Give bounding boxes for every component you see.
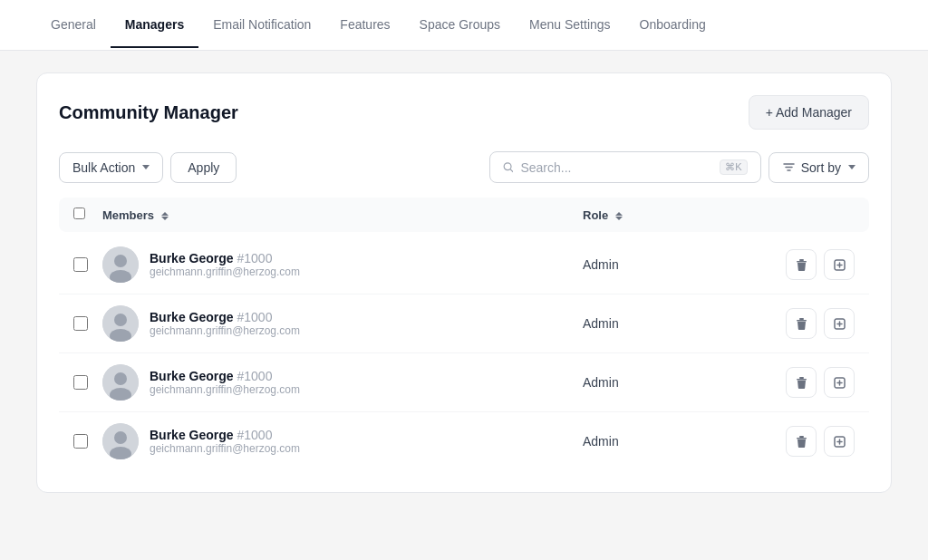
- members-column-header: Members: [102, 208, 583, 222]
- row-role-2: Admin: [583, 375, 764, 390]
- tab-managers[interactable]: Managers: [111, 3, 198, 48]
- member-id-2: #1000: [237, 369, 272, 383]
- avatar-2: [102, 364, 139, 401]
- member-name-0: Burke George #1000: [150, 251, 300, 266]
- tab-email-notification[interactable]: Email Notification: [198, 3, 325, 48]
- row-checkbox-cell: [73, 434, 102, 449]
- edit-button-3[interactable]: [824, 426, 855, 457]
- row-checkbox-cell: [73, 257, 102, 272]
- tab-space-groups[interactable]: Space Groups: [405, 3, 516, 48]
- svg-rect-24: [797, 438, 807, 439]
- row-member-1: Burke George #1000 geichmann.griffin@her…: [102, 305, 583, 342]
- tab-onboarding[interactable]: Onboarding: [625, 3, 720, 48]
- svg-rect-17: [799, 377, 804, 379]
- member-info-3: Burke George #1000 geichmann.griffin@her…: [150, 428, 300, 455]
- svg-point-21: [114, 431, 127, 444]
- row-checkbox-2[interactable]: [73, 375, 88, 390]
- member-email-0: geichmann.griffin@herzog.com: [150, 266, 300, 278]
- sort-label: Sort by: [801, 160, 841, 175]
- avatar-1: [102, 305, 139, 342]
- row-role-1: Admin: [583, 316, 764, 331]
- table-row: Burke George #1000 geichmann.griffin@her…: [59, 294, 869, 353]
- bulk-action-button[interactable]: Bulk Action: [59, 152, 163, 183]
- top-navigation: General Managers Email Notification Feat…: [0, 0, 928, 51]
- table-row: Burke George #1000 geichmann.griffin@her…: [59, 353, 869, 412]
- select-all-checkbox[interactable]: [73, 208, 85, 219]
- row-member-2: Burke George #1000 geichmann.griffin@her…: [102, 364, 583, 401]
- row-member-0: Burke George #1000 geichmann.griffin@her…: [102, 246, 583, 283]
- svg-point-3: [114, 255, 127, 267]
- tab-features[interactable]: Features: [325, 3, 404, 48]
- add-manager-button[interactable]: + Add Manager: [749, 95, 869, 130]
- edit-icon: [833, 317, 846, 331]
- member-info-2: Burke George #1000 geichmann.griffin@her…: [150, 369, 300, 396]
- tab-general[interactable]: General: [36, 3, 111, 48]
- svg-rect-6: [797, 261, 807, 263]
- table-body: Burke George #1000 geichmann.griffin@her…: [59, 236, 869, 470]
- bulk-action-label: Bulk Action: [72, 160, 135, 175]
- row-member-3: Burke George #1000 geichmann.griffin@her…: [102, 423, 583, 459]
- apply-button[interactable]: Apply: [170, 152, 237, 183]
- search-shortcut: ⌘K: [720, 159, 747, 175]
- row-checkbox-cell: [73, 316, 102, 331]
- main-content: Community Manager + Add Manager Bulk Act…: [0, 51, 928, 515]
- delete-button-0[interactable]: [786, 249, 817, 280]
- avatar-0: [102, 246, 139, 283]
- row-role-0: Admin: [583, 257, 764, 272]
- svg-line-1: [510, 169, 513, 172]
- delete-button-2[interactable]: [786, 367, 817, 398]
- edit-icon: [833, 376, 846, 390]
- toolbar: Bulk Action Apply ⌘K Sort by: [59, 151, 869, 183]
- edit-icon: [833, 258, 846, 272]
- search-icon: [503, 160, 514, 174]
- member-id-0: #1000: [237, 251, 272, 266]
- sort-icon: [782, 160, 796, 174]
- row-checkbox-cell: [73, 375, 102, 390]
- avatar-3: [102, 423, 139, 459]
- row-checkbox-1[interactable]: [73, 316, 88, 331]
- svg-point-15: [114, 372, 127, 385]
- member-email-1: geichmann.griffin@herzog.com: [150, 324, 300, 337]
- svg-rect-12: [797, 320, 807, 322]
- row-actions-1: [764, 308, 855, 339]
- search-box: ⌘K: [489, 151, 761, 183]
- edit-button-1[interactable]: [824, 308, 855, 339]
- header-checkbox-cell: [73, 207, 102, 223]
- edit-icon: [833, 435, 846, 449]
- svg-rect-23: [799, 436, 804, 438]
- card-header: Community Manager + Add Manager: [59, 95, 869, 130]
- edit-button-2[interactable]: [824, 367, 855, 398]
- row-checkbox-3[interactable]: [73, 434, 88, 449]
- member-name-1: Burke George #1000: [150, 310, 300, 324]
- member-id-3: #1000: [237, 428, 272, 442]
- role-sort-icon: [615, 212, 623, 220]
- tab-menu-settings[interactable]: Menu Settings: [515, 3, 625, 48]
- table-row: Burke George #1000 geichmann.griffin@her…: [59, 412, 869, 470]
- member-info-0: Burke George #1000 geichmann.griffin@her…: [150, 251, 300, 278]
- member-info-1: Burke George #1000 geichmann.griffin@her…: [150, 310, 300, 337]
- svg-rect-11: [799, 318, 804, 320]
- delete-button-3[interactable]: [786, 426, 817, 457]
- sort-button[interactable]: Sort by: [768, 152, 869, 183]
- members-sort-icon: [161, 212, 169, 220]
- trash-icon: [795, 376, 808, 390]
- svg-rect-5: [799, 259, 804, 261]
- row-actions-0: [764, 249, 855, 280]
- row-checkbox-0[interactable]: [73, 257, 88, 272]
- member-email-3: geichmann.griffin@herzog.com: [150, 442, 300, 455]
- role-column-header: Role: [583, 208, 764, 222]
- table-row: Burke George #1000 geichmann.griffin@her…: [59, 236, 869, 294]
- card-title: Community Manager: [59, 102, 238, 123]
- sort-chevron-icon: [848, 165, 856, 169]
- member-name-2: Burke George #1000: [150, 369, 300, 383]
- delete-button-1[interactable]: [786, 308, 817, 339]
- row-role-3: Admin: [583, 434, 764, 449]
- edit-button-0[interactable]: [824, 249, 855, 280]
- member-email-2: geichmann.griffin@herzog.com: [150, 383, 300, 396]
- community-manager-card: Community Manager + Add Manager Bulk Act…: [36, 72, 892, 493]
- search-input[interactable]: [520, 160, 712, 175]
- trash-icon: [795, 317, 808, 331]
- member-id-1: #1000: [237, 310, 272, 324]
- row-actions-2: [764, 367, 855, 398]
- bulk-action-chevron-icon: [142, 165, 150, 169]
